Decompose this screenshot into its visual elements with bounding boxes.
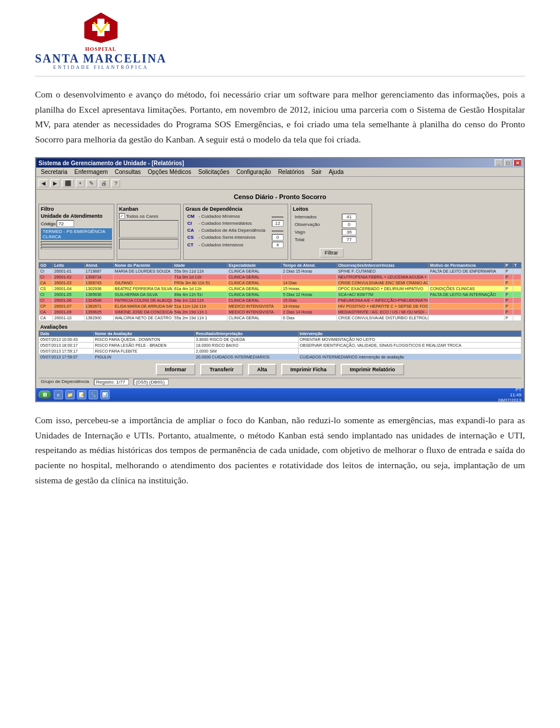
taskbar-icon-5[interactable]: 📊 — [100, 390, 110, 399]
clock-date: 08/07/2013 — [498, 398, 522, 403]
toolbar-btn-5[interactable]: ✎ — [86, 179, 97, 187]
table-cell — [513, 304, 522, 309]
menu-consultas[interactable]: Consultas — [111, 168, 144, 176]
table-cell: 1382671 — [84, 304, 113, 309]
aval-cell: 05/07/2013 10:00:43 — [39, 337, 94, 343]
taskbar-icon-2[interactable]: 📁 — [65, 390, 75, 399]
kanban-input[interactable] — [119, 239, 178, 249]
table-row[interactable]: CS26001-041302938BEATRIZ FERREIRA DA SIL… — [39, 286, 522, 292]
aval-row[interactable]: 05/07/2013 18:00:17RISCO PARA LESÃO PELE… — [39, 343, 522, 349]
taskbar-icon-ie[interactable]: e — [54, 390, 63, 399]
start-button[interactable]: ⊞ — [38, 391, 51, 399]
filtro-label: Filtro — [41, 206, 112, 212]
unidade-list — [41, 241, 112, 249]
table-cell: CONDIÇÕES CLINICAS — [429, 286, 504, 292]
toolbar-btn-1[interactable]: ◀ — [38, 179, 48, 187]
table-cell: CLINICA GERAL — [227, 269, 281, 274]
todos-checkbox[interactable]: ✓ — [119, 213, 125, 219]
leitos-row: Observação 0 — [293, 221, 370, 228]
close-button[interactable]: ✕ — [513, 159, 522, 166]
aval-row[interactable]: 05/07/2013 10:00:43RISCO PARA QUEDA - DO… — [39, 337, 522, 343]
toolbar-btn-6[interactable]: 🖨 — [99, 179, 110, 187]
list-item[interactable] — [41, 247, 112, 249]
window-titlebar: Sistema de Gerenciamento de Unidade - [R… — [36, 158, 524, 168]
table-cell: HIV POSITIVO + HEPATITE C + SEPSE DE FOC… — [337, 304, 429, 309]
hospital-logo-icon — [83, 12, 118, 44]
list-item[interactable] — [41, 241, 112, 243]
patient-table-body: CI26001-011719887MARIA DE LOURDES SOUZA5… — [39, 269, 522, 321]
toolbar-btn-2[interactable]: ▶ — [50, 179, 60, 187]
codigo-input[interactable] — [57, 220, 74, 227]
table-cell: CRISE CONVULSIVA/AE DISTURBIO ELETROLITI… — [337, 315, 429, 321]
table-cell: MEDICO INTENSIVISTA — [227, 304, 281, 309]
filtrar-button[interactable]: Filtrar — [320, 248, 344, 257]
menu-ajuda[interactable]: Ajuda — [325, 168, 347, 176]
aval-cell: 2.0000 SIM — [194, 349, 298, 354]
patient-table: GD Leito Atend. Nome do Paciente Idade E… — [38, 262, 522, 321]
toolbar-btn-3[interactable]: ⬛ — [62, 179, 74, 187]
menu-opcoes[interactable]: Opções Médicos — [144, 168, 194, 176]
table-cell: 54a 2m 19d 11h 1 — [173, 309, 227, 315]
imprimir-relatorio-button[interactable]: Imprimir Relatório — [341, 364, 405, 375]
menu-solicitacoes[interactable]: Solicitações — [195, 168, 233, 176]
aval-row[interactable]: 05/07/2013 17:59:07PIGULIN20.0000 CUIDAD… — [39, 354, 522, 360]
table-row[interactable]: CI26001-051365636GUILHERMA DA SILVA89a 4… — [39, 292, 522, 298]
table-row[interactable]: CA26001-091399625SIMONE JOSE DA CONCEICA… — [39, 309, 522, 315]
menu-enfermagem[interactable]: Enfermagem — [71, 168, 111, 176]
table-row[interactable]: CI26001-061324546PATRICIA COLINS DE ALBU… — [39, 298, 522, 304]
kanban-dropdown[interactable] — [119, 220, 178, 238]
toolbar-btn-4[interactable]: + — [76, 179, 85, 187]
transferir-button[interactable]: Transferir — [200, 364, 243, 375]
table-cell — [513, 292, 522, 298]
table-row[interactable]: CA26001-101362900WALCIRIA NETO DE CASTRO… — [39, 315, 522, 321]
table-cell: P — [504, 280, 513, 286]
table-cell: BEATRIZ FERREIRA DA SILVA — [113, 286, 173, 292]
logo-area: HOSPITAL SANTA MARCELINA ENTIDADE FILANT… — [35, 12, 167, 70]
paragraph-1: Com o desenvolvimento e avanço do método… — [35, 87, 525, 147]
table-row[interactable]: CI26001-02130871471a 0m 1d 11hCLINICA GE… — [39, 274, 522, 280]
imprimir-ficha-button[interactable]: Imprimir Ficha — [281, 364, 336, 375]
table-cell: 26001-07 — [53, 304, 85, 309]
toolbar-btn-7[interactable]: ? — [111, 179, 120, 187]
table-cell: SP/HE F. CUTANEO — [337, 269, 429, 274]
aval-th-data: Data — [39, 331, 94, 337]
th-motivo: Motivo de Permanência — [429, 263, 504, 269]
table-row[interactable]: CP26001-071382671ELISA MARIA DE ARRUDA S… — [39, 304, 522, 309]
table-cell: 61a 4m 1d 11h — [173, 286, 227, 292]
table-cell: 55a 0m 11d 11h — [173, 269, 227, 274]
aval-cell: 05/07/2013 17:59:07 — [39, 354, 94, 360]
aval-cell: 20.0000 CUIDADOS INTERMEDIARIOS — [194, 354, 298, 360]
alta-button[interactable]: Alta — [248, 364, 276, 375]
grau-panel: Graus de Dependência CM - Cuidados Mínim… — [183, 204, 288, 260]
table-cell: 26001-04 — [53, 286, 85, 292]
minimize-button[interactable]: _ — [495, 159, 503, 166]
taskbar-icon-3[interactable]: 📝 — [77, 390, 86, 399]
menu-sair[interactable]: Sair — [308, 168, 326, 176]
taskbar-icon-4[interactable]: 🔧 — [89, 390, 98, 399]
informar-button[interactable]: Informar — [156, 364, 196, 375]
table-cell: 1719887 — [84, 269, 113, 274]
window-controls[interactable]: _ □ ✕ — [495, 159, 522, 166]
table-cell: 14 Dias — [282, 280, 337, 286]
table-cell: CA — [39, 315, 53, 321]
internados-val: 41 — [342, 214, 356, 220]
table-cell: CLINICA GERAL — [227, 280, 281, 286]
table-row[interactable]: CI26001-011719887MARIA DE LOURDES SOUZA5… — [39, 269, 522, 274]
table-cell: CA — [39, 309, 53, 315]
avaliacoes-title: Avaliações — [38, 323, 522, 330]
aval-cell — [298, 349, 521, 354]
table-cell: MARIA DE LOURDES SOUZA — [113, 269, 173, 274]
aval-row[interactable]: 05/07/2013 17:59:17RISCO PARA FLEBITE2.0… — [39, 349, 522, 354]
list-item[interactable] — [41, 244, 112, 246]
table-cell: CA — [39, 280, 53, 286]
table-cell: CLINICA GERAL — [227, 292, 281, 298]
maximize-button[interactable]: □ — [504, 159, 512, 166]
menu-configuracao[interactable]: Configuração — [233, 168, 274, 176]
avaliacoes-table: Data Nome da Avaliação Resultado/Interpr… — [38, 330, 522, 360]
menu-secretaria[interactable]: Secretaria — [37, 168, 71, 176]
table-cell: PATRICIA COLINS DE ALBUQUERQUE — [113, 298, 173, 304]
table-row[interactable]: CA26001-031309743GILFANOFR0s 3m 8d 11h 5… — [39, 280, 522, 286]
menu-relatorios[interactable]: Relatórios — [275, 168, 308, 176]
table-cell — [513, 298, 522, 304]
svg-rect-2 — [92, 24, 110, 31]
